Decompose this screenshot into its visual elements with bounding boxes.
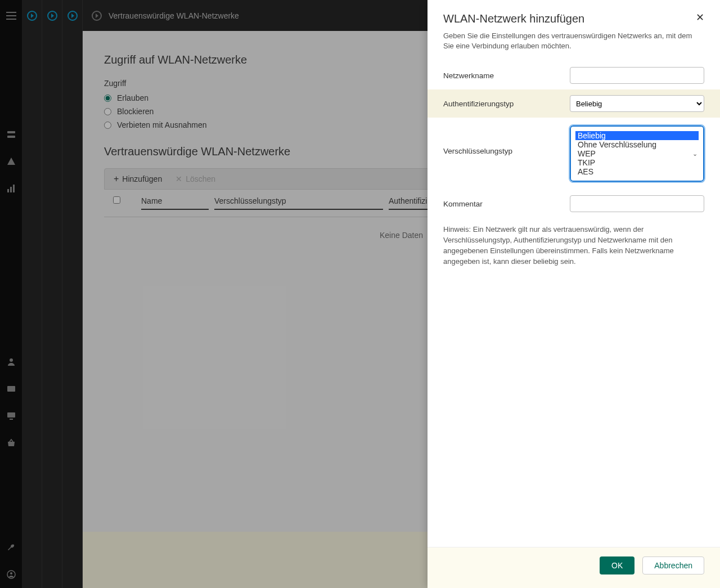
enc-option-aes[interactable]: AES — [575, 167, 699, 176]
enc-option-none[interactable]: Ohne Verschlüsselung — [575, 140, 699, 149]
row-enc-type: Verschlüsselungstyp Beliebig Ohne Versch… — [428, 118, 720, 190]
radio-block-label: Blockieren — [117, 107, 154, 116]
enc-type-listbox[interactable]: Beliebig Ohne Verschlüsselung WEP TKIP A… — [570, 125, 704, 182]
auth-type-label: Authentifizierungstyp — [443, 100, 570, 108]
table-header-name[interactable]: Name — [141, 196, 209, 210]
panel-title: WLAN-Netzwerk hinzufügen — [443, 12, 584, 25]
table-header-checkbox[interactable] — [113, 196, 141, 210]
chevron-down-icon: ⌄ — [692, 150, 698, 158]
enc-option-tkip[interactable]: TKIP — [575, 158, 699, 167]
strip-expand-3[interactable] — [62, 0, 82, 31]
sidebar-icon-wrench[interactable] — [0, 534, 22, 561]
svg-rect-0 — [7, 131, 15, 133]
radio-allow-label: Erlauben — [117, 93, 148, 102]
chevron-circle-icon — [68, 11, 78, 21]
panel-strip-2 — [42, 0, 62, 588]
sidebar-narrow — [0, 0, 22, 588]
radio-forbid-input[interactable] — [104, 122, 111, 129]
enc-type-label: Verschlüsselungstyp — [443, 125, 570, 155]
strip-expand-2[interactable] — [42, 0, 62, 31]
row-comment: Kommentar — [428, 190, 720, 218]
sidebar-icon-card[interactable] — [0, 375, 22, 402]
sidebar-icon-dashboard[interactable] — [0, 121, 22, 148]
footer-strip — [83, 532, 428, 588]
radio-allow-input[interactable] — [104, 95, 111, 102]
row-network-name: Netzwerkname — [428, 61, 720, 89]
network-name-label: Netzwerkname — [443, 71, 570, 80]
panel-note: Hinweis: Ein Netzwerk gilt nur als vertr… — [428, 218, 720, 267]
network-name-input[interactable] — [570, 67, 704, 84]
page-title: Vertrauenswürdige WLAN-Netzwerke — [109, 11, 239, 20]
chevron-circle-icon[interactable] — [92, 11, 102, 21]
menu-toggle[interactable] — [0, 0, 22, 31]
sidebar-icon-monitor[interactable] — [0, 402, 22, 429]
strip-expand-1[interactable] — [22, 0, 42, 31]
chevron-circle-icon — [47, 11, 57, 21]
add-button[interactable]: + Hinzufügen — [114, 174, 162, 183]
enc-option-beliebig[interactable]: Beliebig — [575, 131, 699, 140]
select-all-checkbox[interactable] — [113, 196, 120, 204]
panel-strip-1 — [22, 0, 42, 588]
close-icon: ✕ — [176, 174, 182, 183]
svg-rect-2 — [7, 189, 9, 192]
add-button-label: Hinzufügen — [122, 174, 162, 183]
delete-button: ✕ Löschen — [176, 174, 215, 183]
sidebar-icon-account[interactable] — [0, 561, 22, 588]
comment-input[interactable] — [570, 195, 704, 212]
sidebar-icon-user[interactable] — [0, 348, 22, 375]
panel-strip-3 — [62, 0, 83, 588]
chevron-circle-icon — [27, 11, 37, 21]
svg-point-10 — [10, 572, 12, 574]
svg-point-5 — [10, 358, 13, 362]
svg-rect-1 — [7, 136, 15, 138]
svg-rect-4 — [13, 185, 15, 192]
panel-footer: OK Abbrechen — [428, 547, 720, 588]
svg-rect-3 — [10, 187, 12, 192]
delete-button-label: Löschen — [186, 174, 215, 183]
panel-description: Geben Sie die Einstellungen des vertraue… — [428, 31, 720, 61]
plus-icon: + — [114, 174, 119, 183]
row-auth-type: Authentifizierungstyp Beliebig — [428, 89, 720, 118]
table-header-enc[interactable]: Verschlüsselungstyp — [214, 196, 383, 210]
hamburger-icon — [6, 12, 16, 20]
ok-button[interactable]: OK — [600, 556, 634, 574]
close-button[interactable]: ✕ — [696, 12, 704, 23]
cancel-button[interactable]: Abbrechen — [642, 556, 704, 574]
svg-rect-8 — [10, 419, 13, 420]
svg-rect-6 — [7, 386, 15, 392]
svg-rect-7 — [7, 412, 15, 418]
add-wlan-panel: WLAN-Netzwerk hinzufügen ✕ Geben Sie die… — [428, 0, 720, 588]
radio-forbid-label: Verbieten mit Ausnahmen — [117, 120, 207, 129]
sidebar-icon-basket[interactable] — [0, 429, 22, 456]
panel-header: WLAN-Netzwerk hinzufügen ✕ — [428, 0, 720, 31]
radio-block-input[interactable] — [104, 108, 111, 115]
sidebar-icon-alert[interactable] — [0, 148, 22, 175]
enc-option-wep[interactable]: WEP — [575, 149, 699, 158]
close-icon: ✕ — [696, 12, 704, 23]
sidebar-icon-chart[interactable] — [0, 175, 22, 202]
comment-label: Kommentar — [443, 200, 570, 208]
auth-type-select[interactable]: Beliebig — [570, 95, 704, 112]
